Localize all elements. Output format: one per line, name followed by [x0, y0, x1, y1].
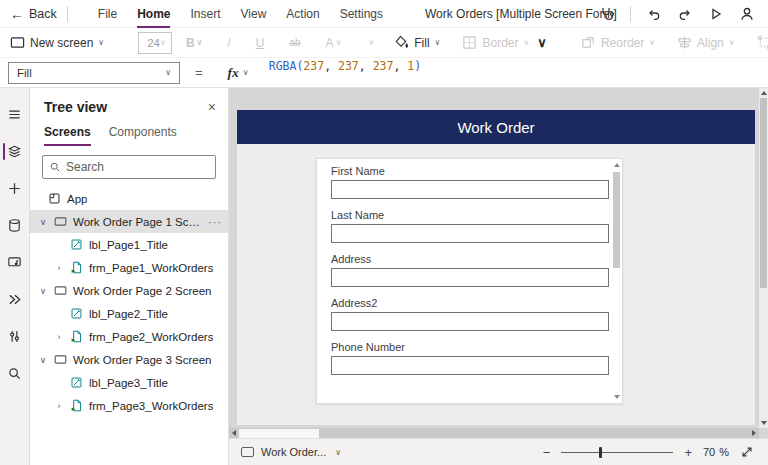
- tree-item-screen-1[interactable]: ∨ Work Order Page 1 Screen ···: [30, 210, 228, 233]
- label-control-icon: [70, 307, 83, 320]
- tree-item-form-2[interactable]: › frm_Page2_WorkOrders: [30, 325, 228, 348]
- tree-view-icon: [7, 144, 22, 159]
- screen-title-bar[interactable]: Work Order: [237, 110, 755, 144]
- account-button[interactable]: [738, 5, 756, 23]
- chevron-right-icon: ›: [54, 401, 64, 411]
- scroll-right-arrow-icon: [752, 430, 756, 436]
- tree-item-screen-2[interactable]: ∨ Work Order Page 2 Screen: [30, 279, 228, 302]
- equals-sign: =: [195, 65, 203, 80]
- menu-item-insert[interactable]: Insert: [190, 0, 220, 28]
- zoom-slider-handle[interactable]: [599, 447, 602, 458]
- rail-item-power-automate[interactable]: [0, 281, 30, 318]
- form-control-icon: [70, 261, 83, 274]
- group-button[interactable]: Group ∨: [757, 35, 768, 50]
- tree-search-box[interactable]: [42, 155, 216, 179]
- menu-item-action[interactable]: Action: [286, 0, 319, 28]
- reorder-button[interactable]: Reorder ∨: [581, 35, 655, 50]
- tab-components[interactable]: Components: [109, 125, 177, 146]
- tree-item-form-3[interactable]: › frm_Page3_WorkOrders: [30, 394, 228, 417]
- rail-item-insert[interactable]: [0, 170, 30, 207]
- form-control-icon: [70, 399, 83, 412]
- fx-button[interactable]: fx ∨: [218, 58, 259, 87]
- menu-item-view[interactable]: View: [241, 0, 267, 28]
- fill-button[interactable]: Fill ∨: [394, 35, 440, 50]
- align-objects-icon: [677, 35, 692, 50]
- close-panel-button[interactable]: ×: [208, 100, 216, 114]
- font-size-select[interactable]: 24 ∨: [138, 32, 172, 54]
- redo-icon: [677, 6, 693, 22]
- chevron-down-icon: ∨: [537, 35, 547, 50]
- form-field-input[interactable]: [331, 356, 609, 375]
- tab-screens[interactable]: Screens: [44, 125, 91, 146]
- field-label: First Name: [331, 165, 596, 177]
- scrollbar-thumb[interactable]: [760, 98, 767, 288]
- app-screen[interactable]: Work Order First Name Last Name: [237, 110, 755, 425]
- tree-item-form-1[interactable]: › frm_Page1_WorkOrders: [30, 256, 228, 279]
- tree-item-label-3[interactable]: lbl_Page3_Title: [30, 371, 228, 394]
- hamburger-menu-button[interactable]: [0, 96, 30, 133]
- font-color-button[interactable]: A ∨: [326, 36, 342, 50]
- chevron-down-icon: ∨: [524, 39, 530, 47]
- rail-item-tree-view[interactable]: [0, 133, 30, 170]
- form-field: Phone Number: [331, 341, 596, 375]
- rail-item-media[interactable]: [0, 244, 30, 281]
- more-options-icon[interactable]: ···: [208, 216, 222, 228]
- zoom-slider[interactable]: [561, 447, 673, 458]
- rail-item-search[interactable]: [0, 355, 30, 392]
- form-scrollbar[interactable]: [613, 163, 620, 399]
- zoom-out-button[interactable]: −: [543, 446, 551, 459]
- menu-item-file[interactable]: File: [98, 0, 117, 28]
- canvas-horizontal-scrollbar[interactable]: [229, 428, 759, 438]
- form-field-input[interactable]: [331, 268, 609, 287]
- preview-play-button[interactable]: [707, 5, 725, 23]
- strikethrough-button[interactable]: ab: [289, 37, 300, 48]
- work-order-form[interactable]: First Name Last Name Address Addres: [316, 158, 623, 404]
- left-nav-rail: [0, 88, 30, 465]
- menu-item-settings[interactable]: Settings: [340, 0, 383, 28]
- rail-item-data[interactable]: [0, 207, 30, 244]
- ribbon-expand-chevron[interactable]: ∨: [537, 35, 547, 50]
- border-icon: [462, 35, 477, 50]
- scroll-left-arrow-icon: [232, 430, 236, 436]
- field-label: Phone Number: [331, 341, 596, 353]
- zoom-level: 70 %: [703, 446, 729, 458]
- search-input[interactable]: [66, 160, 209, 174]
- form-field-input[interactable]: [331, 180, 609, 199]
- bold-button[interactable]: B ∨: [186, 36, 203, 50]
- form-field-input[interactable]: [331, 312, 609, 331]
- rail-item-variables[interactable]: [0, 318, 30, 355]
- tree-item-screen-3[interactable]: ∨ Work Order Page 3 Screen: [30, 348, 228, 371]
- chevron-down-icon: ∨: [165, 69, 171, 77]
- screen-icon: [54, 353, 67, 366]
- align-button[interactable]: Align ∨: [677, 35, 735, 50]
- tree-item-label-2[interactable]: lbl_Page2_Title: [30, 302, 228, 325]
- italic-button[interactable]: /: [227, 36, 230, 50]
- tree-view-panel: Tree view × Screens Components App ∨ W: [30, 88, 229, 465]
- underline-button[interactable]: U: [256, 36, 265, 50]
- scrollbar-thumb[interactable]: [613, 172, 620, 268]
- menu-item-home[interactable]: Home: [137, 0, 170, 28]
- canvas-vertical-scrollbar[interactable]: [759, 88, 768, 428]
- screen-selector[interactable]: Work Order...: [261, 446, 326, 458]
- scrollbar-thumb[interactable]: [239, 429, 319, 438]
- new-screen-button[interactable]: New screen ∨: [10, 35, 104, 50]
- redo-button[interactable]: [676, 5, 694, 23]
- app-icon: [48, 192, 61, 205]
- border-button[interactable]: Border ∨: [462, 35, 529, 50]
- zoom-in-button[interactable]: +: [684, 446, 692, 459]
- tree-item-label-1[interactable]: lbl_Page1_Title: [30, 233, 228, 256]
- formula-input[interactable]: RGBA(237, 237, 237, 1): [269, 59, 421, 87]
- text-align-button[interactable]: ∨: [366, 39, 374, 47]
- undo-button[interactable]: [645, 5, 663, 23]
- back-button[interactable]: ← Back: [10, 7, 57, 21]
- tree-item-app[interactable]: App: [30, 187, 228, 210]
- form-field-input[interactable]: [331, 224, 609, 243]
- slider-track: [561, 452, 673, 454]
- media-icon: [7, 255, 22, 270]
- property-select[interactable]: Fill ∨: [8, 62, 180, 84]
- chevron-down-icon: ∨: [38, 217, 48, 227]
- form-field: Address2: [331, 297, 596, 331]
- divider: [630, 6, 631, 22]
- search-icon: [7, 366, 22, 381]
- fit-to-window-button[interactable]: [740, 445, 754, 459]
